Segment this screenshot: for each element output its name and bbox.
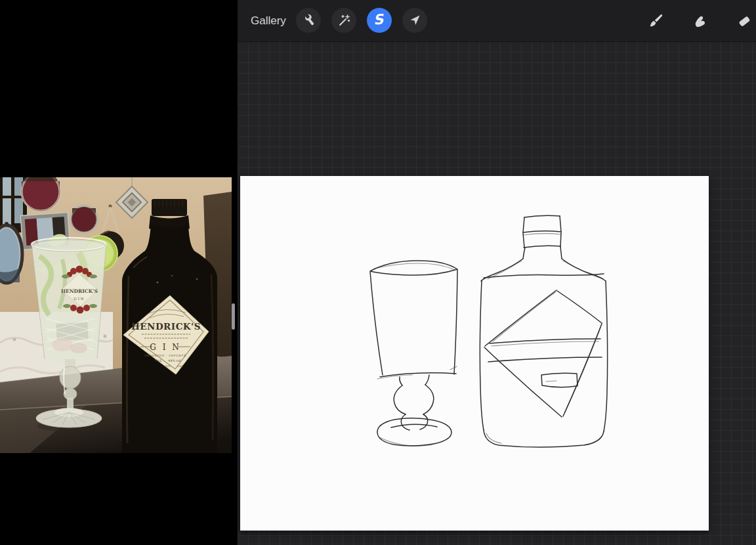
paint-button[interactable] <box>648 12 665 30</box>
selection-s-icon: S <box>373 12 384 27</box>
selection-button[interactable]: S <box>367 8 392 33</box>
reference-panel: HENDRICK'S G I N IMPORTED · IMPORTÉ 70cL… <box>0 0 238 545</box>
bottle-product-text: G I N <box>150 343 180 352</box>
right-tool-group <box>648 12 753 30</box>
bottle-volume-text: 70cL <box>154 359 163 362</box>
actions-button[interactable] <box>296 8 321 33</box>
reference-photo[interactable]: HENDRICK'S G I N IMPORTED · IMPORTÉ 70cL… <box>0 177 232 453</box>
smudge-finger-icon <box>692 13 708 29</box>
eraser-icon <box>736 13 752 29</box>
adjustments-button[interactable] <box>331 8 356 33</box>
magic-wand-icon <box>337 14 350 27</box>
bottle-brand-text: HENDRICK'S <box>131 321 201 332</box>
pencil-sketch <box>240 176 709 531</box>
procreate-window: Gallery <box>238 0 756 545</box>
bottle-abv-text: 44% vol <box>168 359 181 362</box>
bottle-imported-text: IMPORTED · IMPORTÉ <box>144 354 186 357</box>
transform-button[interactable] <box>402 8 427 33</box>
wrench-icon <box>302 14 315 27</box>
smudge-button[interactable] <box>692 12 709 30</box>
split-screen-ipad: { "split_view": { "left_app": "reference… <box>0 0 756 545</box>
left-tool-group: S <box>296 8 427 33</box>
erase-button[interactable] <box>736 12 753 30</box>
transform-arrow-icon <box>408 14 421 27</box>
bottle-est-text: EST. <box>165 364 171 368</box>
round-mirror <box>22 177 60 211</box>
split-view-divider-handle[interactable] <box>232 303 235 330</box>
sketch-bottle <box>480 215 607 447</box>
brush-icon <box>648 13 664 29</box>
glass-brand-text: HENDRICK'S <box>61 288 98 294</box>
ornate-mirror <box>70 206 98 233</box>
bottle-year-text: 1886 <box>177 364 183 368</box>
procreate-toolbar: Gallery <box>238 0 756 41</box>
gallery-button[interactable]: Gallery <box>248 0 289 41</box>
drawing-canvas[interactable] <box>240 176 709 531</box>
sketch-glass <box>370 261 457 446</box>
glass-product-text: GIN <box>74 297 85 301</box>
